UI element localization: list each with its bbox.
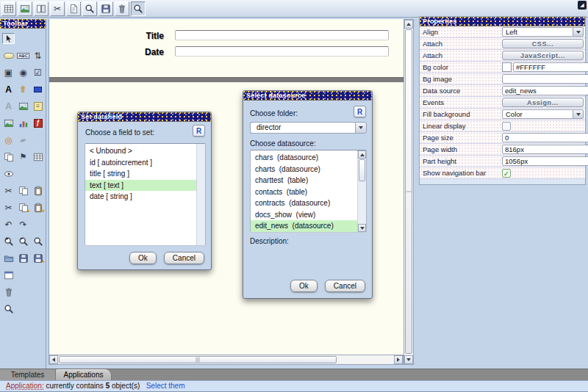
flag-tool-icon[interactable]: ⚑ <box>17 151 29 162</box>
document-button[interactable] <box>66 1 81 16</box>
eye-tool-icon[interactable] <box>2 168 15 179</box>
select-them-link[interactable]: Select them <box>146 382 185 390</box>
cut-special-tool-icon[interactable]: ✂ <box>2 202 15 213</box>
chevron-down-icon[interactable] <box>573 27 584 37</box>
scroll-left-button[interactable] <box>49 355 58 364</box>
image-tool-icon[interactable] <box>2 117 15 128</box>
ok-button[interactable]: Ok <box>290 280 318 292</box>
color-swatch[interactable] <box>502 62 512 72</box>
copy-special-tool-icon[interactable]: + <box>17 202 29 213</box>
list-item[interactable]: date [ string ] <box>85 191 205 203</box>
select-datasource-titlebar[interactable]: Select datasource <box>243 91 372 101</box>
image-field-tool-icon[interactable] <box>17 101 29 112</box>
save-icon[interactable] <box>17 253 29 264</box>
find-button[interactable] <box>82 1 97 16</box>
paste-tool-icon[interactable] <box>32 185 44 196</box>
list-item[interactable]: id [ autoincrement ] <box>85 157 205 169</box>
vertical-scroll-thumb[interactable] <box>405 29 412 354</box>
data-grid-button[interactable] <box>1 1 16 16</box>
list-item[interactable]: title [ string ] <box>85 168 205 180</box>
window-tool-icon[interactable] <box>2 269 15 280</box>
title-input[interactable] <box>175 30 389 40</box>
cancel-button[interactable]: Cancel <box>325 280 365 292</box>
list-scroll-thumb[interactable] <box>359 159 365 181</box>
scroll-up-button[interactable] <box>358 150 366 159</box>
list-item[interactable]: contracts (datasource) <box>251 197 366 209</box>
list-item[interactable]: chars (datasource) <box>251 152 366 164</box>
date-input[interactable] <box>175 46 389 57</box>
attach-javascript-button[interactable]: JavaScript... <box>502 51 584 60</box>
zoom-icon[interactable] <box>32 236 44 247</box>
scroll-down-button[interactable] <box>358 224 366 232</box>
layers-tool-icon[interactable] <box>2 151 15 162</box>
cancel-button[interactable]: Cancel <box>164 252 204 264</box>
undo-icon[interactable]: ↶ <box>2 219 15 230</box>
delete-tool-icon[interactable] <box>2 286 15 297</box>
static-text-tool-icon[interactable]: A <box>2 101 15 112</box>
eraser-tool-icon[interactable]: ▰ <box>15 134 32 145</box>
datasource-list[interactable]: chars (datasource) charts (datasource) c… <box>250 150 367 233</box>
list-item[interactable]: contacts (table) <box>251 186 366 198</box>
copy-tool-icon[interactable] <box>17 185 29 196</box>
list-item[interactable]: charts (datasource) <box>251 164 366 175</box>
set-datafield-titlebar[interactable]: Set datafield <box>78 112 211 122</box>
scrollbar-tool-icon[interactable]: ⇅ <box>32 50 44 61</box>
horizontal-scroll-thumb[interactable] <box>59 356 337 363</box>
chevron-down-icon[interactable] <box>355 122 367 134</box>
media-tool-icon[interactable]: ƒ <box>32 117 44 128</box>
redo-icon[interactable]: ↷ <box>17 219 29 230</box>
push-button-tool-icon[interactable] <box>2 50 15 61</box>
list-item[interactable]: docs_show (view) <box>251 209 366 221</box>
label-tool-icon[interactable]: ABC <box>17 50 29 61</box>
align-select[interactable]: Left <box>502 27 584 37</box>
properties-titlebar[interactable]: Properties <box>420 17 585 26</box>
list-scrollbar[interactable] <box>196 144 205 245</box>
scroll-down-button[interactable] <box>404 355 413 364</box>
field-list[interactable]: < Unbound > id [ autoincrement ] title [… <box>85 143 206 246</box>
canvas-horizontal-scrollbar[interactable] <box>49 355 404 365</box>
tab-applications[interactable]: Applications <box>56 369 112 381</box>
cut-tool-icon[interactable]: ✂ <box>2 185 15 196</box>
rectangle-tool-icon[interactable] <box>32 84 44 95</box>
dock-icon[interactable]: ◢ <box>578 1 587 10</box>
list-scrollbar[interactable] <box>357 150 366 232</box>
zoom-in-icon[interactable]: + <box>2 236 15 247</box>
reload-button[interactable]: R <box>354 106 366 117</box>
ok-button[interactable]: Ok <box>129 252 157 264</box>
memo-tool-icon[interactable]: ≡ <box>32 101 44 112</box>
save-as-icon[interactable]: + <box>32 253 44 264</box>
list-item[interactable]: charttest (table) <box>251 175 366 186</box>
fill-background-select[interactable]: Color <box>502 109 584 119</box>
palette-titlebar[interactable]: Toolbar <box>0 19 46 29</box>
ring-tool-icon[interactable]: ◎ <box>2 134 15 145</box>
checkbox-tool-icon[interactable]: ☑ <box>32 67 44 78</box>
page-width-input[interactable] <box>502 145 588 154</box>
delete-button[interactable] <box>115 1 129 16</box>
linear-display-checkbox[interactable] <box>502 122 511 131</box>
text-tool-icon[interactable]: A <box>2 84 15 95</box>
zoom-out-icon[interactable]: − <box>17 236 29 247</box>
pointer-tool-icon[interactable] <box>2 33 15 44</box>
list-item[interactable]: news_display (query) <box>251 232 366 233</box>
chart-tool-icon[interactable] <box>17 117 29 128</box>
paste-special-tool-icon[interactable]: + <box>32 202 44 213</box>
tab-templates[interactable]: Templates <box>0 369 56 381</box>
attach-css-button[interactable]: CSS... <box>502 39 584 48</box>
show-navigation-bar-checkbox[interactable]: ✓ <box>502 169 511 178</box>
page-size-input[interactable] <box>502 133 588 142</box>
reload-button[interactable]: R <box>193 125 205 137</box>
data-source-input[interactable] <box>502 86 588 95</box>
cells-tool-icon[interactable] <box>32 151 44 162</box>
bg-color-input[interactable] <box>513 62 588 72</box>
list-item[interactable]: < Unbound > <box>85 145 205 157</box>
list-item-selected[interactable]: text [ text ] <box>85 180 205 192</box>
save-button[interactable] <box>98 1 113 16</box>
scroll-up-button[interactable] <box>404 20 413 29</box>
radio-tool-icon[interactable]: ◉ <box>17 67 29 78</box>
zoom-button[interactable] <box>131 1 146 16</box>
upload-arrow-tool-icon[interactable]: ⇧ <box>17 84 29 95</box>
bg-image-input[interactable] <box>502 74 588 84</box>
chevron-down-icon[interactable] <box>573 109 584 119</box>
part-height-input[interactable] <box>502 156 588 166</box>
image-button[interactable] <box>18 1 32 16</box>
